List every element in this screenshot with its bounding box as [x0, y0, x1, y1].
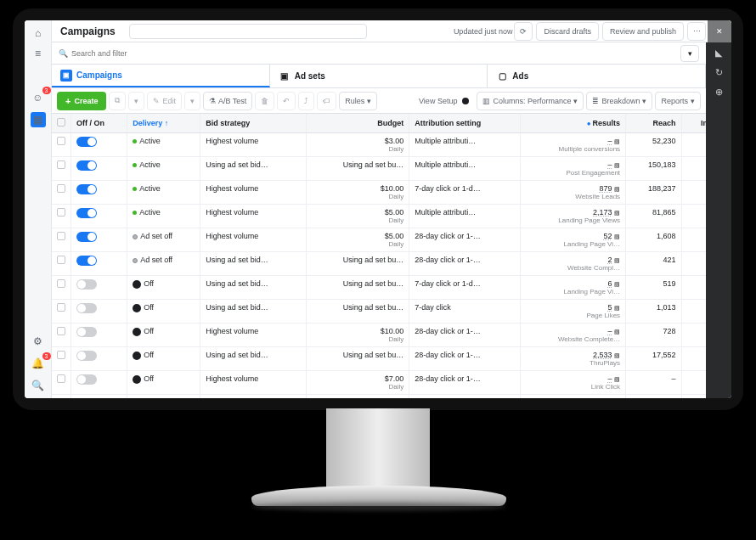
- columns-button[interactable]: ▥ Columns: Performance ▾: [477, 92, 584, 110]
- alerts-icon[interactable]: 🔔: [31, 356, 46, 371]
- cell-attr: Multiple attributi…: [409, 133, 521, 157]
- tab-adsets[interactable]: ▣ Ad sets: [270, 65, 488, 87]
- cell-bid: Highest volume: [200, 133, 306, 157]
- search-row: 🔍 ▾: [52, 42, 706, 65]
- viewsetup-toggle[interactable]: View Setup: [414, 92, 474, 110]
- row-checkbox[interactable]: [57, 160, 65, 169]
- row-toggle[interactable]: [76, 303, 97, 313]
- row-checkbox[interactable]: [57, 208, 65, 217]
- more-icon[interactable]: ⋯: [687, 22, 706, 41]
- search-dropdown-icon[interactable]: ▾: [680, 45, 699, 62]
- row-toggle[interactable]: [76, 184, 97, 194]
- row-toggle[interactable]: [76, 256, 97, 266]
- row-toggle[interactable]: [76, 351, 97, 361]
- edit-button[interactable]: ✎Edit: [147, 92, 182, 110]
- duplicate-button[interactable]: ⧉: [109, 92, 126, 110]
- row-checkbox[interactable]: [57, 351, 65, 359]
- cell-budget: $5.00Daily: [306, 228, 409, 252]
- expand-icon[interactable]: ⊕: [715, 87, 723, 98]
- row-checkbox[interactable]: [57, 137, 65, 145]
- cell-attr: 28-day click or 1-…: [409, 228, 521, 252]
- table-row[interactable]: OffUsing ad set bid…Using ad set bu…28-d…: [52, 347, 706, 371]
- tab-ads[interactable]: ▢ Ads: [488, 65, 706, 87]
- export-button[interactable]: ⤴: [298, 92, 314, 110]
- create-button[interactable]: +Create: [57, 92, 106, 110]
- row-checkbox[interactable]: [57, 279, 65, 288]
- delete-button[interactable]: 🗑: [255, 92, 274, 110]
- row-toggle[interactable]: [76, 160, 97, 171]
- cell-reach: 1,013: [626, 300, 681, 323]
- status-dot-icon: [133, 139, 137, 143]
- table-row[interactable]: Ad set offUsing ad set bid…Using ad set …: [52, 252, 706, 276]
- col-bid[interactable]: Bid strategy: [200, 114, 306, 133]
- rules-button[interactable]: Rules ▾: [339, 92, 377, 110]
- edit-caret[interactable]: ▾: [184, 92, 200, 110]
- row-toggle[interactable]: [76, 374, 97, 385]
- chart-icon[interactable]: ◣: [715, 48, 722, 59]
- col-offon[interactable]: Off / On: [71, 114, 127, 133]
- campaigns-table-wrap[interactable]: Off / On Delivery ↑ Bid strategy Budget …: [52, 114, 706, 398]
- tab-campaigns[interactable]: ▣ Campaigns: [52, 65, 270, 87]
- col-impr[interactable]: Impre: [681, 114, 706, 133]
- discard-drafts-button[interactable]: Discard drafts: [536, 22, 599, 41]
- table-view-icon[interactable]: ▦: [31, 112, 46, 127]
- cell-budget: $10.00Daily: [306, 323, 409, 347]
- col-checkbox[interactable]: [52, 114, 71, 133]
- trash-icon: 🗑: [261, 97, 268, 105]
- settings-icon[interactable]: ⚙: [31, 334, 46, 349]
- table-row[interactable]: OffUsing ad set bid…Using ad set bu…7-da…: [52, 300, 706, 323]
- row-toggle[interactable]: [76, 232, 97, 242]
- row-checkbox[interactable]: [57, 374, 65, 383]
- row-toggle[interactable]: [76, 279, 97, 290]
- table-row[interactable]: Ad set offHighest volume$5.00Daily28-day…: [52, 228, 706, 252]
- row-checkbox[interactable]: [57, 303, 65, 312]
- row-toggle[interactable]: [76, 137, 97, 147]
- cell-budget: $10.00Daily: [306, 181, 409, 205]
- search-icon[interactable]: 🔍: [31, 378, 46, 393]
- cell-bid: Highest volume: [200, 371, 306, 395]
- copy-icon: ⧉: [115, 96, 120, 105]
- col-attr[interactable]: Attribution setting: [409, 114, 521, 133]
- table-row[interactable]: OffUsing ad set bid…Using ad set bu…7-da…: [52, 276, 706, 300]
- cell-results: 125 ▧: [521, 395, 626, 399]
- tag-button[interactable]: 🏷: [317, 92, 336, 110]
- undo-button[interactable]: ↶: [277, 92, 296, 110]
- col-delivery[interactable]: Delivery ↑: [127, 114, 200, 133]
- cell-bid: Highest volume: [200, 323, 306, 347]
- col-reach[interactable]: Reach: [626, 114, 681, 133]
- title-search-input[interactable]: [129, 24, 367, 39]
- reports-button[interactable]: Reports ▾: [655, 92, 701, 110]
- table-row[interactable]: OffHighest volume$7.00Daily28-day click …: [52, 395, 706, 399]
- close-icon[interactable]: ✕: [708, 20, 731, 42]
- cell-delivery: Ad set off: [127, 252, 200, 276]
- duplicate-caret[interactable]: ▾: [128, 92, 144, 110]
- col-budget[interactable]: Budget: [306, 114, 409, 133]
- breakdown-button[interactable]: ≣ Breakdown ▾: [586, 92, 652, 110]
- status-dot-icon: [133, 163, 137, 167]
- cell-attr: 7-day click: [409, 300, 521, 323]
- history-icon[interactable]: ↻: [715, 67, 723, 78]
- row-checkbox[interactable]: [57, 256, 65, 264]
- table-row[interactable]: OffHighest volume$7.00Daily28-day click …: [52, 371, 706, 395]
- table-row[interactable]: ActiveUsing ad set bid…Using ad set bu…M…: [52, 157, 706, 181]
- row-toggle[interactable]: [76, 208, 97, 218]
- notifications-icon[interactable]: ☺: [31, 90, 46, 105]
- table-row[interactable]: ActiveHighest volume$3.00DailyMultiple a…: [52, 133, 706, 157]
- abtest-button[interactable]: ⚗A/B Test: [203, 92, 252, 110]
- review-publish-button[interactable]: Review and publish: [602, 22, 684, 41]
- cell-budget: Using ad set bu…: [306, 300, 409, 323]
- row-toggle[interactable]: [76, 327, 97, 337]
- table-row[interactable]: ActiveHighest volume$10.00Daily7-day cli…: [52, 181, 706, 205]
- row-checkbox[interactable]: [57, 327, 65, 335]
- col-results[interactable]: ●Results: [521, 114, 626, 133]
- row-checkbox[interactable]: [57, 184, 65, 193]
- cell-attr: 28-day click or 1-…: [409, 395, 521, 399]
- row-checkbox[interactable]: [57, 232, 65, 240]
- menu-icon[interactable]: ≡: [31, 46, 46, 61]
- search-input[interactable]: [71, 46, 677, 61]
- table-row[interactable]: OffHighest volume$10.00Daily28-day click…: [52, 323, 706, 347]
- refresh-icon[interactable]: ⟳: [514, 22, 533, 41]
- home-icon[interactable]: ⌂: [31, 25, 46, 41]
- cell-bid: Highest volume: [200, 395, 306, 399]
- table-row[interactable]: ActiveHighest volume$5.00DailyMultiple a…: [52, 205, 706, 228]
